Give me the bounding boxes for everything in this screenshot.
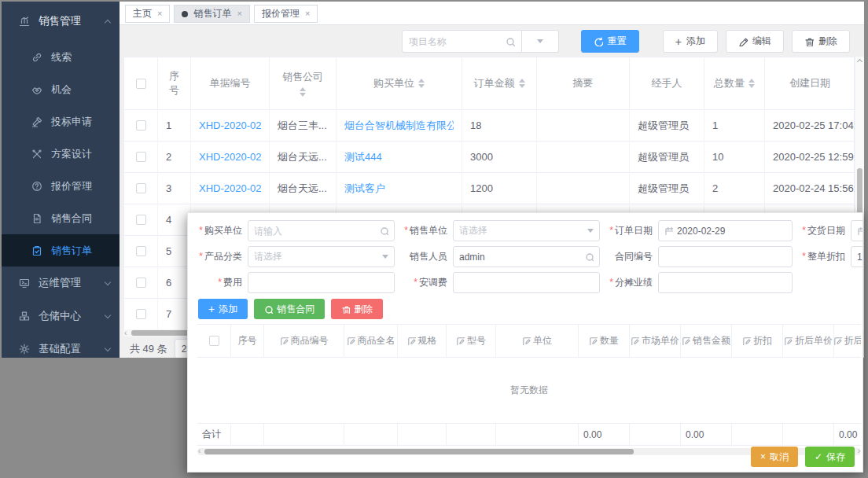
row-checkbox[interactable] bbox=[136, 183, 146, 193]
field-salesperson: 销售人员 bbox=[398, 246, 600, 267]
cell-created: 2020-02-25 17:04:3 bbox=[765, 110, 855, 142]
sidebar-group-warehouse-center[interactable]: 仓储中心 bbox=[2, 300, 120, 333]
dialog-add-item-button[interactable]: + 添加 bbox=[198, 299, 248, 319]
sidebar-item-sales-contract[interactable]: 销售合同 bbox=[2, 202, 120, 234]
header-buyer[interactable]: 购买单位 bbox=[337, 57, 462, 110]
contract-icon bbox=[31, 213, 42, 224]
category-select[interactable]: 请选择 bbox=[248, 246, 395, 267]
search-icon[interactable] bbox=[380, 226, 388, 235]
scroll-up-arrow-icon[interactable] bbox=[856, 59, 862, 64]
sidebar-item-sales-order[interactable]: 销售订单 bbox=[2, 234, 120, 267]
save-button[interactable]: ✓ 保存 bbox=[805, 447, 855, 467]
row-checkbox[interactable] bbox=[136, 120, 146, 131]
header-company[interactable]: 销售公司 bbox=[270, 57, 337, 110]
field-label: 费用 bbox=[223, 277, 242, 288]
doc-no-link[interactable]: XHD-2020-02-... bbox=[199, 120, 261, 131]
search-icon[interactable] bbox=[506, 37, 515, 46]
quote-icon bbox=[31, 181, 42, 192]
close-icon[interactable]: × bbox=[157, 9, 162, 18]
footer-total-label: 合计 bbox=[197, 424, 231, 446]
tab-sales-order[interactable]: 销售订单 × bbox=[174, 5, 249, 23]
empty-text: 暂无数据 bbox=[510, 384, 548, 397]
sort-icon[interactable] bbox=[748, 79, 755, 88]
sidebar-group-ops-management[interactable]: 运维管理 bbox=[2, 267, 120, 300]
search-field-dropdown[interactable] bbox=[522, 30, 559, 53]
reset-label: 重置 bbox=[608, 35, 627, 48]
header-seq: 序号 bbox=[231, 325, 264, 358]
dialog-scrollbar-thumb[interactable] bbox=[204, 449, 634, 454]
buyer-link[interactable]: 测试客户 bbox=[344, 182, 385, 196]
select-all-checkbox[interactable] bbox=[136, 79, 146, 89]
salesperson-input[interactable] bbox=[459, 252, 581, 263]
row-checkbox[interactable] bbox=[136, 309, 146, 319]
scroll-left-arrow-icon[interactable]: ‹ bbox=[198, 447, 200, 455]
reset-button[interactable]: 重置 bbox=[581, 30, 639, 53]
sort-icon[interactable] bbox=[418, 79, 425, 88]
cell-summary bbox=[537, 173, 630, 204]
buyer-link[interactable]: 烟台合智机械制造有限公司 bbox=[344, 119, 454, 133]
edit-column-icon bbox=[347, 336, 355, 345]
close-icon[interactable]: × bbox=[305, 9, 310, 18]
close-icon[interactable]: × bbox=[237, 9, 241, 18]
row-checkbox[interactable] bbox=[136, 278, 146, 288]
select-all-checkbox[interactable] bbox=[209, 336, 219, 346]
gear-icon bbox=[19, 344, 30, 355]
cell-seq: 1 bbox=[158, 110, 191, 142]
sidebar-root-sales-management[interactable]: 销售管理 bbox=[2, 2, 120, 41]
header-handler: 经手人 bbox=[630, 57, 704, 110]
salesperson-input-wrap bbox=[453, 246, 600, 267]
field-discount: *整单折扣 bbox=[796, 246, 863, 267]
add-button[interactable]: + 添加 bbox=[663, 30, 718, 53]
row-checkbox[interactable] bbox=[136, 215, 146, 225]
search-input[interactable] bbox=[409, 36, 501, 47]
doc-no-link[interactable]: XHD-2020-02-... bbox=[199, 151, 261, 163]
sidebar-item-solution-design[interactable]: 方案设计 bbox=[2, 138, 120, 170]
seller-select[interactable]: 请选择 bbox=[453, 220, 600, 241]
sort-icon[interactable] bbox=[519, 79, 525, 88]
edit-column-icon bbox=[834, 336, 842, 345]
sidebar-item-opportunities[interactable]: 机会 bbox=[2, 73, 120, 105]
buyer-input[interactable] bbox=[254, 226, 376, 237]
scroll-left-arrow-icon[interactable]: ‹ bbox=[124, 329, 127, 337]
order-date-picker[interactable]: 2020-02-29 bbox=[658, 220, 793, 241]
tab-bar: 主页 × 销售订单 × 报价管理 × bbox=[120, 2, 864, 25]
cancel-button[interactable]: × 取消 bbox=[751, 447, 798, 467]
buyer-link[interactable]: 测试444 bbox=[344, 150, 382, 164]
dialog-delete-item-button[interactable]: 删除 bbox=[331, 299, 383, 319]
sidebar-item-bid-application[interactable]: 投标申请 bbox=[2, 105, 120, 138]
sidebar-item-leads[interactable]: 线索 bbox=[2, 41, 120, 73]
sidebar-group-basic-config[interactable]: 基础配置 bbox=[2, 333, 120, 358]
form-spacer bbox=[796, 272, 863, 293]
field-label: 安调费 bbox=[419, 277, 447, 288]
row-checkbox[interactable] bbox=[136, 246, 146, 256]
delivery-date-picker[interactable]: 2020-02-29 bbox=[851, 220, 863, 241]
performance-input[interactable] bbox=[664, 278, 786, 289]
required-mark: * bbox=[404, 225, 408, 236]
install-fee-input[interactable] bbox=[459, 278, 594, 289]
calendar-icon bbox=[857, 226, 863, 235]
tab-home[interactable]: 主页 × bbox=[125, 5, 170, 23]
cell-seq: 4 bbox=[158, 204, 191, 236]
edit-icon bbox=[738, 37, 748, 46]
page-size-value: 2 bbox=[182, 344, 187, 355]
header-qty[interactable]: 总数量 bbox=[704, 57, 765, 110]
cost-input[interactable] bbox=[254, 278, 388, 289]
install-fee-input-wrap bbox=[453, 272, 600, 293]
tab-quote-management[interactable]: 报价管理 × bbox=[254, 5, 318, 23]
search-icon[interactable] bbox=[585, 252, 594, 261]
date-value: 2020-02-29 bbox=[677, 226, 786, 237]
scroll-right-arrow-icon[interactable]: › bbox=[858, 447, 860, 455]
field-cost: *费用 bbox=[193, 272, 395, 293]
edit-column-icon bbox=[407, 336, 416, 345]
dialog-sales-contract-button[interactable]: 销售合同 bbox=[254, 299, 325, 319]
contract-no-input[interactable] bbox=[664, 252, 786, 263]
sidebar-item-quote-management[interactable]: 报价管理 bbox=[2, 170, 120, 202]
doc-no-link[interactable]: XHD-2020-02-... bbox=[199, 182, 261, 194]
sort-icon[interactable] bbox=[300, 87, 306, 97]
header-amount[interactable]: 订单金额 bbox=[462, 57, 537, 110]
edit-button[interactable]: 编辑 bbox=[726, 30, 784, 53]
discount-input[interactable] bbox=[857, 252, 863, 263]
field-label: 购买单位 bbox=[204, 225, 242, 236]
delete-button[interactable]: 删除 bbox=[792, 30, 850, 53]
row-checkbox[interactable] bbox=[136, 152, 146, 162]
